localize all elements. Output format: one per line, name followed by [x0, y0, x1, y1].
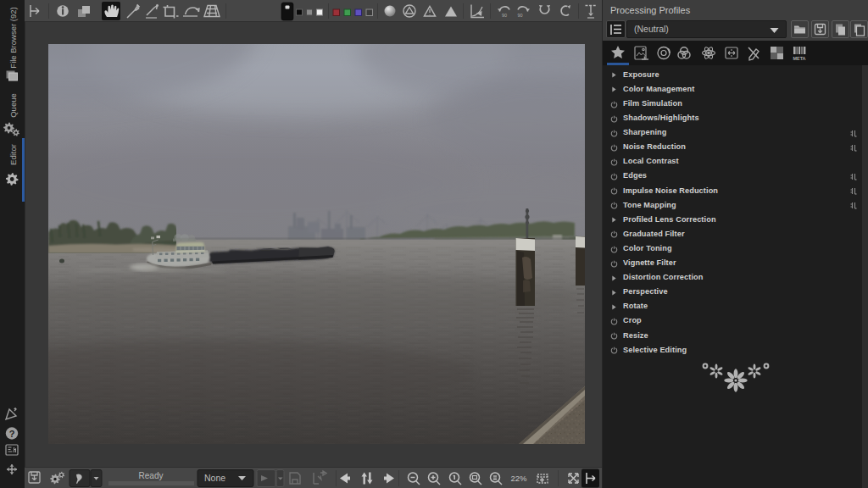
svg-text:90: 90	[518, 13, 523, 18]
svg-text:?: ?	[9, 429, 15, 439]
svg-text:Ready: Ready	[139, 471, 164, 480]
svg-text:None: None	[204, 473, 225, 483]
svg-text:90: 90	[502, 13, 507, 18]
svg-text:22%: 22%	[510, 474, 527, 483]
svg-text:META: META	[793, 56, 805, 61]
